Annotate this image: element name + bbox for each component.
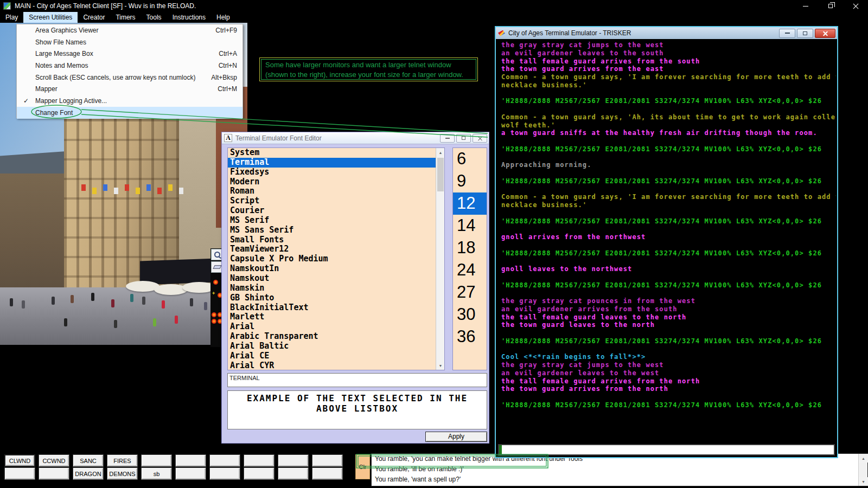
font-option[interactable]: Small Fonts <box>228 235 444 245</box>
size-listbox[interactable]: 6912141824273036 <box>452 147 487 370</box>
clear-button[interactable]: Clr <box>355 454 370 479</box>
size-option[interactable]: 36 <box>453 326 487 348</box>
scrollbar-thumb[interactable] <box>437 158 444 191</box>
toolbar-button-empty[interactable] <box>312 467 343 480</box>
menu-item-notes-and-memos[interactable]: Notes and MemosCtrl+N <box>17 60 242 72</box>
font-option[interactable]: Capsule X Pro Medium <box>228 254 444 264</box>
scroll-down-icon[interactable]: ▼ <box>436 361 445 370</box>
font-option[interactable]: Namskin <box>228 284 444 293</box>
apply-button[interactable]: Apply <box>425 432 487 442</box>
font-option[interactable]: BlackInitialText <box>228 303 444 313</box>
menu-creator[interactable]: Creator <box>78 12 110 23</box>
toolbar-button-clwnd[interactable]: CLWND <box>4 454 35 467</box>
toolbar-button-empty[interactable] <box>209 454 240 467</box>
font-option[interactable]: MS Serif <box>228 216 444 226</box>
terminal-blank-line <box>501 289 836 297</box>
font-option[interactable]: MS Sans Serif <box>228 226 444 235</box>
toolbar-button-empty[interactable] <box>244 454 275 467</box>
font-name-input[interactable]: TERMINAL <box>227 373 487 387</box>
restore-icon[interactable] <box>818 0 843 12</box>
font-option[interactable]: Script <box>228 196 444 206</box>
toolbar-button-ccwnd[interactable]: CCWND <box>39 454 69 467</box>
screen: MAIN - City of Ages Telnet Client [SF] -… <box>0 0 868 488</box>
font-option[interactable]: Namskout <box>228 274 444 284</box>
size-option[interactable]: 30 <box>453 304 487 326</box>
toolbar-button-empty[interactable] <box>175 467 206 480</box>
close-icon[interactable] <box>843 0 868 12</box>
size-option[interactable]: 24 <box>453 259 487 281</box>
terminal-close-icon[interactable] <box>815 29 835 38</box>
menu-item-large-message-box[interactable]: Large Message BoxCtrl+A <box>17 48 242 60</box>
menu-play[interactable]: Play <box>0 12 23 23</box>
chat-scrollbar[interactable]: ▲ ▼ <box>858 454 867 486</box>
chat-scroll-down-icon[interactable]: ▼ <box>859 477 868 486</box>
dialog-minimize-icon[interactable] <box>440 134 455 143</box>
font-listbox[interactable]: SystemTerminalFixedsysModernRomanScriptC… <box>227 147 445 370</box>
terminal-titlebar[interactable]: City of Ages Terminal Emulator - TRISKER <box>496 27 837 39</box>
font-option[interactable]: Arial <box>228 322 444 332</box>
font-list-scrollbar[interactable]: ▲ ▼ <box>436 148 444 370</box>
chat-scroll-up-icon[interactable]: ▲ <box>859 454 868 463</box>
font-option[interactable]: GB Shinto <box>228 293 444 303</box>
terminal-blank-line <box>501 225 836 233</box>
font-option[interactable]: Terminal <box>228 158 444 168</box>
font-option[interactable]: Arabic Transparent <box>228 332 444 342</box>
font-option[interactable]: Fixedsys <box>228 168 444 177</box>
pedestrian <box>190 298 193 306</box>
toolbar-button-sanc[interactable]: SANC <box>73 454 104 467</box>
toolbar-button-demons[interactable]: DEMONS <box>107 467 138 480</box>
toolbar-button-sb[interactable]: sb <box>141 467 172 480</box>
toolbar-button-empty[interactable] <box>141 454 172 467</box>
toolbar-button-empty[interactable] <box>278 454 309 467</box>
font-option[interactable]: NamskoutIn <box>228 264 444 274</box>
chat-line: You ramble, 'ill be on ramble :)' <box>372 464 867 474</box>
font-option[interactable]: Arial Baltic <box>228 342 444 351</box>
dialog-titlebar[interactable]: A Terminal Emulator Font Editor <box>222 132 489 144</box>
font-option[interactable]: Marlett <box>228 312 444 322</box>
font-option[interactable]: Courier <box>228 206 444 216</box>
size-option[interactable]: 14 <box>453 215 487 237</box>
menu-item-mapper-logging-active-[interactable]: ✓Mapper Logging Active... <box>17 95 242 107</box>
toolbar-button-empty[interactable] <box>278 467 309 480</box>
size-option[interactable]: 9 <box>453 170 487 192</box>
dialog-close-icon[interactable] <box>473 134 487 143</box>
font-option[interactable]: Arial CE <box>228 351 444 361</box>
menu-item-scroll-back-esc-cancels-use-arrow-keys-not-numlock-[interactable]: Scroll Back (ESC cancels, use arrow keys… <box>17 72 242 84</box>
toolbar-button-empty[interactable] <box>244 467 275 480</box>
size-option[interactable]: 12 <box>453 192 487 215</box>
size-option[interactable]: 27 <box>453 281 487 304</box>
terminal-minimize-icon[interactable] <box>779 29 795 38</box>
menu-item-show-file-names[interactable]: Show File Names <box>17 36 242 48</box>
menu-item-change-font[interactable]: Change Font <box>17 107 242 119</box>
menu-item-mapper[interactable]: MapperCtrl+M <box>17 83 242 95</box>
terminal-blank-line <box>501 137 836 145</box>
size-option[interactable]: 6 <box>453 148 487 170</box>
menu-item-area-graphics-viewer[interactable]: Area Graphics ViewerCtrl+F9 <box>17 24 242 36</box>
terminal-line: Common - a town guard says, 'I am foreve… <box>501 193 836 201</box>
menu-tools[interactable]: Tools <box>141 12 167 23</box>
scroll-up-icon[interactable]: ▲ <box>436 148 445 157</box>
minimize-icon[interactable] <box>793 0 818 12</box>
toolbar-button-dragon[interactable]: DRAGON <box>73 467 104 480</box>
toolbar-button-empty[interactable] <box>312 454 343 467</box>
toolbar-button-empty[interactable] <box>175 454 206 467</box>
font-option[interactable]: TeamViewer12 <box>228 245 444 254</box>
menu-help[interactable]: Help <box>211 12 235 23</box>
toolbar-button-empty[interactable] <box>39 467 69 480</box>
note-line-2: (shown to the right), increase your font… <box>265 70 472 80</box>
toolbar-button-empty[interactable] <box>4 467 35 480</box>
menu-timers[interactable]: Timers <box>110 12 141 23</box>
font-option[interactable]: System <box>228 148 444 158</box>
menu-screen-utilities[interactable]: Screen Utilities <box>23 12 78 23</box>
toolbar-button-empty[interactable] <box>209 467 240 480</box>
menu-instructions[interactable]: Instructions <box>167 12 211 23</box>
terminal-output[interactable]: the gray stray cat jumps to the westan e… <box>497 39 836 443</box>
size-option[interactable]: 18 <box>453 237 487 259</box>
font-option[interactable]: Modern <box>228 177 444 187</box>
terminal-input[interactable] <box>498 444 835 455</box>
font-option[interactable]: Arial CYR <box>228 361 444 370</box>
terminal-maximize-icon[interactable] <box>797 29 813 38</box>
dialog-maximize-icon[interactable] <box>456 134 471 143</box>
toolbar-button-fires[interactable]: FIRES <box>107 454 138 467</box>
font-option[interactable]: Roman <box>228 187 444 196</box>
